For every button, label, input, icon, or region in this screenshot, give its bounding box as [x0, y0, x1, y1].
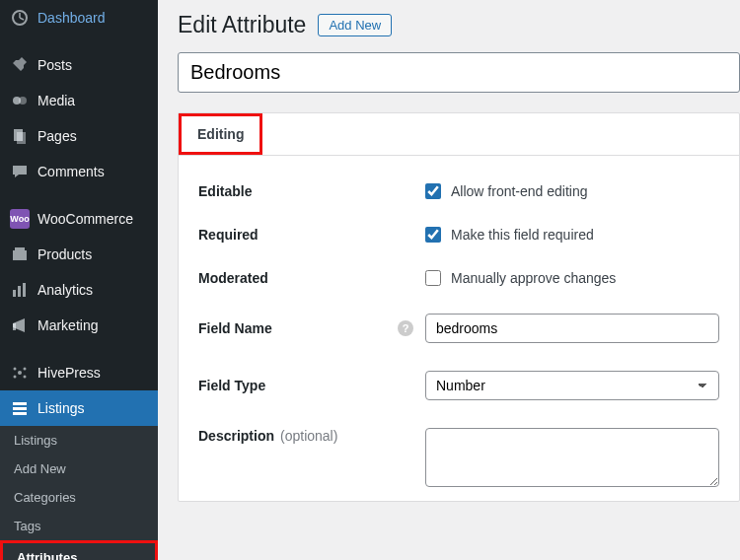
- row-editable: Editable Allow front-end editing: [198, 170, 719, 213]
- svg-rect-17: [13, 407, 27, 410]
- media-icon: [10, 91, 30, 110]
- sidebar-item-media[interactable]: Media: [0, 83, 158, 118]
- sidebar-item-marketing[interactable]: Marketing: [0, 308, 158, 343]
- sidebar-item-label: Posts: [37, 57, 72, 73]
- sidebar-item-posts[interactable]: Posts: [0, 47, 158, 83]
- sidebar-item-label: WooCommerce: [37, 211, 133, 227]
- sidebar-item-hivepress[interactable]: HivePress: [0, 355, 158, 390]
- label-field-type: Field Type: [198, 378, 425, 393]
- panel-body: Editable Allow front-end editing Require…: [179, 156, 739, 501]
- svg-rect-4: [17, 132, 26, 144]
- hivepress-icon: [10, 363, 30, 383]
- page-title: Edit Attribute: [178, 12, 306, 38]
- main-content: Edit Attribute Add New Editing Editable …: [158, 0, 740, 560]
- label-editable: Editable: [198, 183, 425, 199]
- products-icon: [10, 245, 30, 264]
- sidebar-item-label: Listings: [37, 400, 84, 416]
- sidebar-item-label: Comments: [37, 164, 105, 179]
- editing-panel: Editing Editable Allow front-end editing…: [178, 112, 740, 502]
- page-header: Edit Attribute Add New: [178, 12, 740, 38]
- sidebar-item-label: Dashboard: [37, 10, 106, 26]
- sidebar-item-label: HivePress: [37, 365, 101, 381]
- field-name-input[interactable]: [425, 314, 719, 343]
- svg-point-15: [24, 376, 27, 379]
- editable-checkbox-label: Allow front-end editing: [451, 183, 588, 199]
- admin-sidebar: Dashboard Posts Media Pages Comments Woo…: [0, 0, 158, 560]
- woocommerce-icon: Woo: [10, 209, 30, 229]
- marketing-icon: [10, 315, 30, 335]
- add-new-button[interactable]: Add New: [318, 14, 392, 36]
- row-field-name: Field Name ?: [198, 300, 719, 357]
- required-checkbox[interactable]: [425, 227, 441, 243]
- svg-rect-7: [13, 290, 16, 297]
- label-description: Description (optional): [198, 428, 425, 444]
- tab-editing[interactable]: Editing: [179, 113, 262, 155]
- sidebar-item-comments[interactable]: Comments: [0, 154, 158, 189]
- svg-point-2: [19, 97, 27, 105]
- label-moderated: Moderated: [198, 270, 425, 286]
- sidebar-item-woocommerce[interactable]: Woo WooCommerce: [0, 201, 158, 237]
- svg-rect-6: [15, 247, 25, 250]
- submenu-item-categories[interactable]: Categories: [0, 483, 158, 512]
- moderated-checkbox-label: Manually approve changes: [451, 270, 616, 286]
- submenu-item-attributes[interactable]: Attributes: [0, 540, 158, 560]
- sidebar-item-label: Marketing: [37, 317, 98, 333]
- comments-icon: [10, 162, 30, 181]
- dashboard-icon: [10, 8, 30, 28]
- svg-rect-16: [13, 402, 27, 405]
- svg-rect-8: [18, 286, 21, 297]
- sidebar-item-dashboard[interactable]: Dashboard: [0, 0, 158, 35]
- editable-checkbox[interactable]: [425, 183, 441, 199]
- sidebar-item-analytics[interactable]: Analytics: [0, 272, 158, 308]
- attribute-title-input[interactable]: [178, 52, 740, 93]
- description-textarea[interactable]: [425, 428, 719, 487]
- listings-icon: [10, 398, 30, 418]
- label-field-name-text: Field Name: [198, 320, 272, 336]
- svg-point-14: [14, 376, 17, 379]
- pages-icon: [10, 126, 30, 146]
- sidebar-item-products[interactable]: Products: [0, 237, 158, 272]
- sidebar-item-listings[interactable]: Listings: [0, 390, 158, 426]
- submenu-item-tags[interactable]: Tags: [0, 512, 158, 540]
- help-icon[interactable]: ?: [398, 320, 413, 336]
- sidebar-item-pages[interactable]: Pages: [0, 118, 158, 154]
- svg-point-11: [18, 371, 22, 375]
- sidebar-item-label: Products: [37, 246, 92, 262]
- row-moderated: Moderated Manually approve changes: [198, 256, 719, 300]
- listings-submenu: Listings Add New Categories Tags Attribu…: [0, 426, 158, 560]
- tab-strip: Editing: [179, 113, 739, 156]
- svg-rect-18: [13, 412, 27, 415]
- row-required: Required Make this field required: [198, 213, 719, 256]
- sidebar-item-label: Pages: [37, 128, 77, 144]
- svg-rect-9: [23, 283, 26, 297]
- svg-point-13: [24, 368, 27, 371]
- field-type-select[interactable]: Number: [425, 371, 719, 400]
- svg-rect-10: [13, 323, 16, 330]
- sidebar-item-label: Media: [37, 93, 75, 108]
- analytics-icon: [10, 280, 30, 300]
- required-checkbox-label: Make this field required: [451, 227, 594, 243]
- label-description-text: Description: [198, 428, 274, 444]
- pin-icon: [10, 55, 30, 75]
- label-required: Required: [198, 227, 425, 243]
- moderated-checkbox[interactable]: [425, 270, 441, 286]
- label-description-optional: (optional): [280, 428, 337, 444]
- svg-point-12: [14, 368, 17, 371]
- row-description: Description (optional): [198, 414, 719, 501]
- svg-rect-5: [13, 250, 27, 260]
- submenu-item-listings[interactable]: Listings: [0, 426, 158, 455]
- sidebar-item-label: Analytics: [37, 282, 93, 298]
- label-field-name: Field Name ?: [198, 320, 425, 336]
- row-field-type: Field Type Number: [198, 357, 719, 414]
- submenu-item-add-new[interactable]: Add New: [0, 455, 158, 483]
